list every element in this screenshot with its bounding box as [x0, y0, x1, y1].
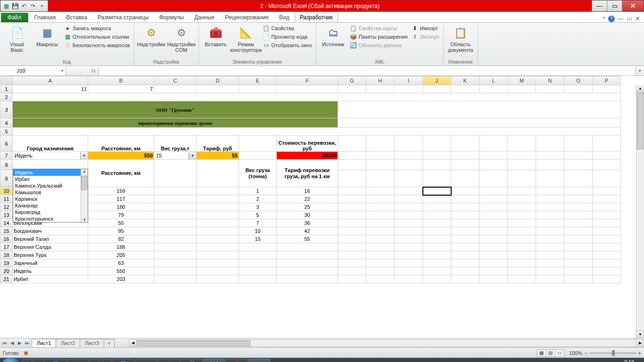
tab-developer[interactable]: Разработчик: [295, 12, 338, 22]
tab-insert[interactable]: Вставка: [61, 12, 92, 22]
relrefs-icon: ▦: [64, 33, 71, 40]
zoom-control[interactable]: 100% − +: [569, 350, 641, 356]
grid[interactable]: ABCDEFGHIJKLMNOP 1117 2 3ООО "Грузовик" …: [0, 76, 621, 283]
horizontal-scrollbar[interactable]: ◀ ▶: [129, 339, 644, 347]
zoom-slider[interactable]: [589, 352, 636, 354]
new-sheet-button[interactable]: ✧: [104, 339, 115, 347]
scrollbar-thumb[interactable]: [637, 93, 644, 149]
com-addins-button[interactable]: ⚙Надстройки COM: [167, 25, 196, 54]
dropdown-button-icon[interactable]: ▼: [80, 152, 88, 159]
scrollbar-thumb[interactable]: [81, 176, 87, 190]
system-tray[interactable]: RU ▲ ⚑ 📶 🔊 2:1809.04.2015: [567, 359, 642, 362]
weight-dropdown-cell[interactable]: 15▼: [154, 152, 197, 160]
list-item[interactable]: Качканар: [13, 202, 88, 209]
macros-button[interactable]: ▦Макросы: [33, 25, 61, 48]
macro-security-button[interactable]: ⚠Безопасность макросов: [63, 41, 131, 49]
dropdown-button-icon[interactable]: ▼: [189, 152, 196, 159]
expand-formula-icon[interactable]: ▾: [636, 66, 644, 75]
taskbar-app[interactable]: 📁: [67, 359, 89, 362]
name-box[interactable]: J10: [0, 66, 66, 75]
scrollbar-thumb[interactable]: [137, 340, 250, 346]
taskbar-app[interactable]: ▶: [135, 359, 157, 362]
window-title: 2 - Microsoft Excel (Сбой активации прод…: [48, 3, 592, 9]
refresh-icon: 🔄: [350, 42, 357, 49]
view-buttons[interactable]: ▦▤▭: [537, 349, 564, 357]
city-dropdown-list[interactable]: Ивдель Ирбит Каменск-Уральский Камышлов …: [13, 169, 88, 222]
scroll-left-icon[interactable]: ◀: [129, 340, 137, 346]
tab-review[interactable]: Рецензирование: [220, 12, 274, 22]
clock[interactable]: 2:1809.04.2015: [616, 359, 642, 362]
tab-data[interactable]: Данные: [189, 12, 220, 22]
window-min-icon[interactable]: —: [618, 15, 624, 22]
list-item[interactable]: Карпинск: [13, 196, 88, 202]
undo-icon[interactable]: ↶: [20, 2, 28, 10]
scroll-right-icon[interactable]: ▶: [636, 340, 644, 346]
list-item[interactable]: Краснотурьинск: [13, 215, 88, 222]
sheet-tab[interactable]: Лист2: [56, 339, 80, 347]
sheet-tab[interactable]: Лист3: [80, 339, 104, 347]
col-headers[interactable]: ABCDEFGHIJKLMNOP: [0, 76, 621, 85]
tab-home[interactable]: Главная: [29, 12, 61, 22]
tab-formulas[interactable]: Формулы: [154, 12, 189, 22]
list-item[interactable]: Ивдель: [13, 169, 88, 176]
taskbar-app[interactable]: 🌐: [45, 359, 66, 362]
zoom-in-icon[interactable]: +: [638, 350, 641, 356]
city-dropdown-cell[interactable]: Ивдель▼: [13, 152, 88, 160]
taskbar-app[interactable]: W: [203, 359, 225, 362]
vb-icon: 📄: [9, 25, 25, 41]
window-restore-icon[interactable]: ▭: [627, 15, 632, 22]
list-item[interactable]: Камышлов: [13, 189, 88, 196]
window-close-icon[interactable]: ✕: [635, 15, 640, 22]
save-icon[interactable]: 💾: [11, 2, 19, 10]
show-window-button[interactable]: ▭Отобразить окно: [262, 41, 313, 49]
tab-view[interactable]: Вид: [274, 12, 295, 22]
minimize-button[interactable]: —: [592, 0, 607, 11]
list-item[interactable]: Кировград: [13, 209, 88, 215]
xml-source-button[interactable]: 🗂Источник: [319, 25, 347, 48]
xml-import-button[interactable]: ⬇Импорт: [411, 25, 440, 32]
formula-input[interactable]: [99, 66, 636, 75]
relative-refs-button[interactable]: ▦Относительные ссылки: [63, 33, 131, 41]
taskbar-app[interactable]: 🔊: [181, 359, 202, 362]
help-icon[interactable]: ?: [608, 16, 615, 22]
close-button[interactable]: ✕: [622, 0, 644, 11]
selected-cell[interactable]: [423, 187, 451, 195]
start-button[interactable]: ⊞: [2, 358, 20, 362]
tab-pagelayout[interactable]: Разметка страницы: [92, 12, 154, 22]
fx-label[interactable]: fx: [66, 66, 99, 75]
map-props-button[interactable]: 📋Свойства карты: [349, 25, 409, 32]
sheet-nav[interactable]: ⏮◀▶⏭: [0, 340, 32, 346]
zoom-out-icon[interactable]: −: [584, 350, 587, 356]
list-item[interactable]: Ирбит: [13, 176, 88, 182]
view-code-button[interactable]: 📄Просмотр кода: [262, 33, 313, 41]
insert-control-button[interactable]: 🧰Вставить: [202, 25, 230, 48]
vertical-scrollbar[interactable]: ▲ ▼: [636, 85, 644, 338]
zoom-level[interactable]: 100%: [569, 350, 582, 356]
maximize-button[interactable]: ▭: [607, 0, 622, 11]
select-all-corner[interactable]: [0, 76, 13, 85]
file-tab[interactable]: Файл: [1, 13, 28, 22]
properties-button[interactable]: 📋Свойства: [262, 25, 313, 32]
taskbar-app[interactable]: 🦊: [90, 359, 112, 362]
taskbar-app[interactable]: P: [226, 359, 248, 362]
expansion-packs-button[interactable]: 📦Пакеты расширения: [349, 33, 409, 41]
macro-rec-icon[interactable]: ▣: [24, 350, 28, 356]
doc-area-button[interactable]: 📋Область документа: [446, 25, 475, 54]
taskbar-app[interactable]: O: [158, 359, 180, 362]
redo-icon[interactable]: ↷: [29, 2, 37, 10]
taskbar-app[interactable]: Я: [22, 359, 44, 362]
taskbar-app[interactable]: 🌐: [113, 359, 134, 362]
record-macro-button[interactable]: ●Запись макроса: [63, 25, 131, 32]
visual-basic-button[interactable]: 📄Visual Basic: [3, 25, 31, 54]
addins-button[interactable]: ⚙Надстройки: [137, 25, 165, 48]
refresh-data-button[interactable]: 🔄Обновить данные: [349, 41, 409, 49]
scroll-down-icon[interactable]: ▼: [636, 330, 644, 338]
minimize-ribbon-icon[interactable]: ^: [603, 15, 605, 22]
sheet-tab[interactable]: Лист1: [32, 339, 56, 347]
scroll-up-icon[interactable]: ▲: [636, 85, 644, 92]
taskbar-app[interactable]: X: [248, 359, 270, 362]
xml-export-button[interactable]: ⬆Экспорт: [411, 33, 440, 41]
design-mode-button[interactable]: 📐Режим конструктора: [232, 25, 260, 54]
list-item[interactable]: Каменск-Уральский: [13, 182, 88, 189]
qat-more-icon[interactable]: ▾: [38, 2, 46, 10]
